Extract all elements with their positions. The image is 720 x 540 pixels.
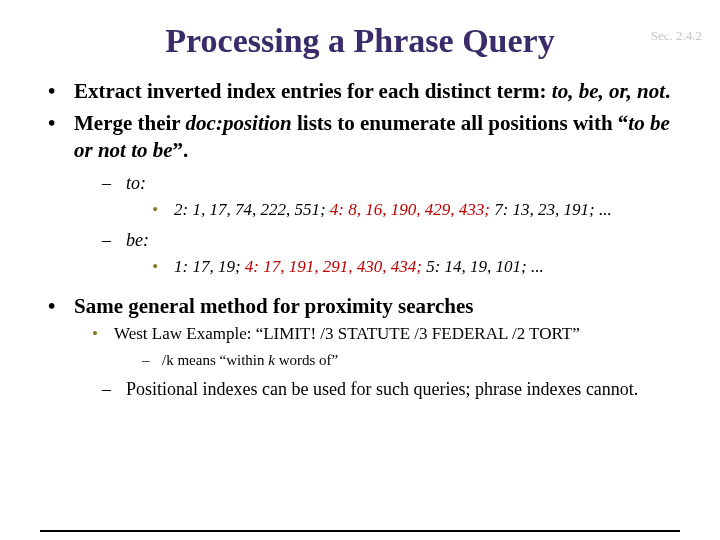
text: Extract inverted index entries for each … — [74, 79, 552, 103]
docid-highlight: 4: — [245, 257, 259, 276]
positions-highlight: 8, 16, 190, 429, 433; — [344, 200, 494, 219]
slide-title: Processing a Phrase Query — [0, 22, 720, 60]
bullet-proximity: Same general method for proximity search… — [42, 293, 690, 401]
docid: 2: — [174, 200, 188, 219]
positions: 17, 19; — [188, 257, 245, 276]
text: /k means “within — [162, 352, 268, 368]
bullet-merge: Merge their doc:position lists to enumer… — [42, 110, 690, 279]
text: Merge their — [74, 111, 186, 135]
conclusion-list: Positional indexes can be used for such … — [102, 377, 690, 401]
text: . — [665, 79, 670, 103]
postings-be: 1: 17, 19; 4: 17, 191, 291, 430, 434; 5:… — [152, 256, 690, 279]
slide-content: Extract inverted index entries for each … — [42, 78, 690, 401]
positions-highlight: 17, 191, 291, 430, 434; — [259, 257, 426, 276]
term-be: be: 1: 17, 19; 4: 17, 191, 291, 430, 434… — [102, 228, 690, 279]
docid: 7: — [494, 200, 508, 219]
docid-highlight: 4: — [330, 200, 344, 219]
text: ”. — [173, 138, 189, 162]
term-label: to: — [126, 173, 146, 193]
text: words of” — [275, 352, 338, 368]
postings-to: 2: 1, 17, 74, 222, 551; 4: 8, 16, 190, 4… — [152, 199, 690, 222]
bullet-list-1: Extract inverted index entries for each … — [42, 78, 690, 279]
term-list: to: 2: 1, 17, 74, 222, 551; 4: 8, 16, 19… — [102, 171, 690, 279]
posting-list-be: 1: 17, 19; 4: 17, 191, 291, 430, 434; 5:… — [152, 256, 690, 279]
positions: 1, 17, 74, 222, 551; — [188, 200, 330, 219]
term-to: to: 2: 1, 17, 74, 222, 551; 4: 8, 16, 19… — [102, 171, 690, 222]
slide: Sec. 2.4.2 Processing a Phrase Query Ext… — [0, 22, 720, 540]
term-label: be: — [126, 230, 149, 250]
positions: 13, 23, 191; ... — [508, 200, 611, 219]
positions: 14, 19, 101; ... — [440, 257, 543, 276]
sub-list: West Law Example: “LIMIT! /3 STATUTE /3 … — [92, 323, 690, 370]
text: lists to enumerate all positions with “ — [292, 111, 629, 135]
text: Positional indexes can be used for such … — [126, 379, 638, 399]
doc-position: doc:position — [186, 111, 292, 135]
posting-list-to: 2: 1, 17, 74, 222, 551; 4: 8, 16, 190, 4… — [152, 199, 690, 222]
bullet-extract: Extract inverted index entries for each … — [42, 78, 690, 104]
docid: 1: — [174, 257, 188, 276]
var-k: k — [268, 352, 275, 368]
conclusion: Positional indexes can be used for such … — [102, 377, 690, 401]
text: West Law Example: “LIMIT! /3 STATUTE /3 … — [114, 324, 580, 343]
sub-sub-list: /k means “within k words of” — [142, 350, 690, 370]
text: Same general method for proximity search… — [74, 294, 474, 318]
bullet-list-2: Same general method for proximity search… — [42, 293, 690, 401]
section-label: Sec. 2.4.2 — [651, 28, 702, 44]
westlaw-example: West Law Example: “LIMIT! /3 STATUTE /3 … — [92, 323, 690, 370]
slash-k-definition: /k means “within k words of” — [142, 350, 690, 370]
terms-list: to, be, or, not — [552, 79, 665, 103]
footer-rule — [40, 530, 680, 532]
docid: 5: — [426, 257, 440, 276]
